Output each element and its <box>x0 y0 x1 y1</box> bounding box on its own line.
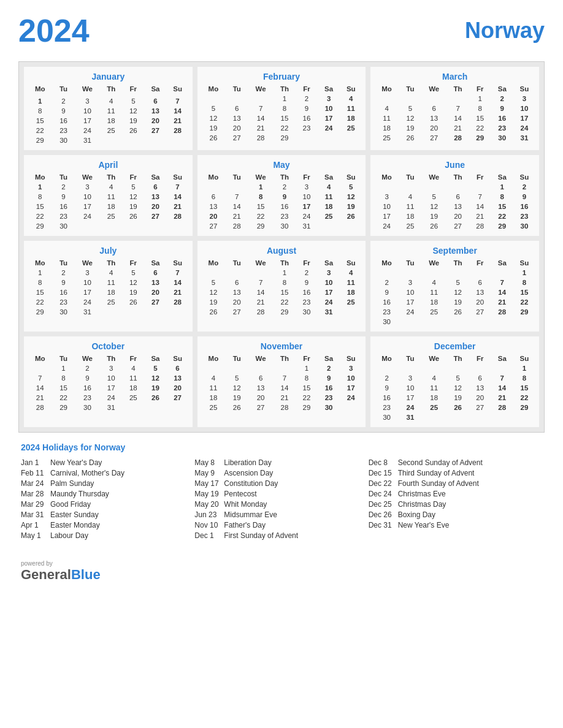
cal-day: 24 <box>75 297 101 307</box>
holiday-name: Whit Monday <box>224 500 267 509</box>
day-header: Su <box>340 84 362 94</box>
day-header: Sa <box>144 354 166 363</box>
cal-day: 12 <box>201 287 226 297</box>
cal-day: 28 <box>166 211 188 221</box>
cal-day: 27 <box>421 133 447 143</box>
holiday-row: May 9Ascension Day <box>194 469 362 477</box>
cal-day <box>491 412 513 422</box>
holiday-date: Jan 1 <box>21 458 45 467</box>
cal-day: 6 <box>144 96 166 106</box>
holiday-name: Good Friday <box>50 500 91 509</box>
cal-day: 18 <box>374 123 399 133</box>
cal-day: 25 <box>340 297 362 307</box>
cal-day: 22 <box>296 393 318 403</box>
holiday-name: Easter Sunday <box>50 510 99 519</box>
cal-day <box>469 317 491 327</box>
day-header: Tu <box>399 354 421 363</box>
cal-day: 22 <box>469 123 491 133</box>
holiday-row: Mar 24Palm Sunday <box>21 479 188 488</box>
cal-day: 3 <box>100 363 122 373</box>
cal-day: 20 <box>421 123 447 133</box>
cal-day: 14 <box>491 287 513 297</box>
cal-day: 23 <box>318 393 340 403</box>
cal-day: 19 <box>447 297 469 307</box>
month-title: June <box>374 160 535 170</box>
month-october: OctoberMoTuWeThFrSaSu1234567891011121314… <box>24 336 193 427</box>
cal-day: 23 <box>513 211 535 221</box>
cal-day: 27 <box>248 403 274 412</box>
cal-day: 23 <box>491 123 513 133</box>
holiday-row: Feb 11Carnival, Mother's Day <box>21 469 188 477</box>
cal-day: 15 <box>513 383 535 393</box>
day-header: Tu <box>53 172 75 182</box>
day-header: Su <box>166 172 188 182</box>
cal-day: 2 <box>296 268 318 278</box>
cal-day: 12 <box>340 192 362 202</box>
cal-day: 17 <box>296 202 318 211</box>
cal-day: 5 <box>122 96 144 106</box>
cal-day: 29 <box>53 403 75 412</box>
cal-day: 26 <box>399 133 421 143</box>
cal-day: 27 <box>144 211 166 221</box>
cal-day: 13 <box>144 192 166 202</box>
month-february: FebruaryMoTuWeThFrSaSu123456789101112131… <box>197 67 366 150</box>
cal-day: 31 <box>75 307 101 317</box>
cal-day: 2 <box>374 373 399 383</box>
day-header: Tu <box>226 354 248 363</box>
cal-day <box>399 182 421 192</box>
day-header: Su <box>166 258 188 268</box>
cal-day: 15 <box>469 113 491 123</box>
cal-day: 25 <box>100 126 122 135</box>
cal-day: 31 <box>75 135 101 145</box>
cal-day <box>201 363 226 373</box>
day-header: Su <box>340 258 362 268</box>
cal-day <box>144 135 166 145</box>
cal-day: 13 <box>226 113 248 123</box>
cal-day: 16 <box>75 383 101 393</box>
cal-day: 10 <box>374 202 399 211</box>
cal-day <box>421 412 447 422</box>
cal-day: 26 <box>447 307 469 317</box>
cal-day: 4 <box>100 96 122 106</box>
cal-day: 4 <box>340 268 362 278</box>
cal-day: 2 <box>374 278 399 287</box>
cal-day: 26 <box>144 393 166 403</box>
cal-day: 27 <box>226 133 248 143</box>
day-header: Th <box>447 172 469 182</box>
holiday-name: Christmas Eve <box>398 490 446 498</box>
cal-day: 20 <box>226 297 248 307</box>
cal-day: 6 <box>248 373 274 383</box>
day-header: Mo <box>201 354 226 363</box>
day-header: Fr <box>122 258 144 268</box>
day-header: Tu <box>399 172 421 182</box>
cal-day: 13 <box>144 278 166 287</box>
cal-day: 9 <box>296 104 318 113</box>
cal-day: 3 <box>75 182 101 192</box>
cal-day: 17 <box>75 116 101 126</box>
cal-day <box>122 135 144 145</box>
cal-day: 13 <box>469 287 491 297</box>
cal-day: 16 <box>53 202 75 211</box>
cal-day: 8 <box>28 192 53 202</box>
cal-day: 10 <box>318 278 340 287</box>
cal-day <box>491 363 513 373</box>
holiday-name: New Year's Eve <box>398 521 450 529</box>
holiday-date: Mar 29 <box>21 500 45 509</box>
month-december: DecemberMoTuWeThFrSaSu123456789101112131… <box>370 336 539 427</box>
cal-day: 13 <box>469 383 491 393</box>
cal-day: 23 <box>296 123 318 133</box>
cal-day: 24 <box>513 123 535 133</box>
month-title: September <box>374 246 535 256</box>
day-header: Su <box>513 84 535 94</box>
cal-day <box>296 133 318 143</box>
holiday-date: Apr 1 <box>21 521 45 529</box>
holiday-row: Dec 31New Year's Eve <box>369 521 536 529</box>
cal-day: 20 <box>201 211 226 221</box>
cal-day <box>469 268 491 278</box>
day-header: Th <box>274 172 296 182</box>
cal-day <box>399 268 421 278</box>
cal-day <box>399 317 421 327</box>
cal-day: 10 <box>399 383 421 393</box>
cal-day: 17 <box>399 297 421 307</box>
cal-day: 10 <box>75 192 101 202</box>
